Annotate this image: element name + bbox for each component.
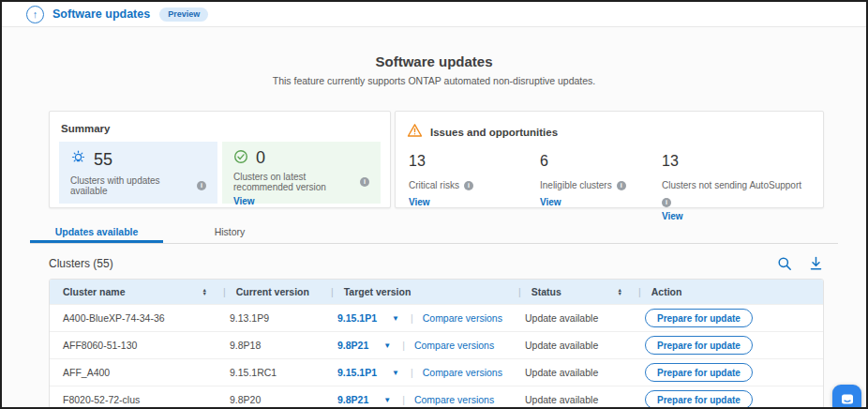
- chevron-down-icon: ▼: [383, 396, 391, 404]
- sort-icon[interactable]: ▲▼: [618, 288, 622, 296]
- current-version: 9.8P20: [217, 394, 324, 405]
- updates-available-label: Clusters with updates available: [70, 175, 192, 196]
- critical-risks-label: Critical risks: [409, 179, 459, 193]
- chat-bubble-icon: [840, 392, 855, 407]
- clusters-toolbar: Clusters (55): [49, 256, 823, 271]
- no-autosupport-stat: 13 Clusters not sending AutoSupport i Vi…: [662, 153, 812, 221]
- compare-versions-link[interactable]: Compare versions: [423, 367, 502, 378]
- table-row: F8020-52-72-clus 9.8P20 9.8P21▼ | Compar…: [50, 386, 823, 409]
- cluster-name: A400-BlueXP-74-34-36: [50, 312, 217, 324]
- tab-history[interactable]: History: [163, 221, 296, 243]
- download-icon[interactable]: [809, 256, 823, 271]
- clusters-table: Cluster name ▲▼ | Current version | Targ…: [49, 279, 824, 409]
- column-action: | Action: [632, 280, 823, 304]
- critical-risks-count: 13: [409, 153, 540, 170]
- info-icon[interactable]: i: [464, 181, 473, 190]
- warning-icon: [407, 123, 423, 142]
- prepare-for-update-button[interactable]: Prepare for update: [645, 363, 753, 382]
- ineligible-clusters-stat: 6 Ineligible clusters i View: [540, 153, 662, 221]
- target-version-dropdown[interactable]: 9.15.1P1▼: [337, 312, 399, 324]
- summary-card: Summary: [49, 111, 391, 208]
- column-status: | Status ▲▼: [512, 280, 632, 304]
- current-version: 9.13.1P9: [217, 312, 324, 324]
- target-version-cell: 9.8P21▼ | Compare versions: [324, 394, 512, 405]
- check-circle-icon: [233, 149, 248, 168]
- cards-row: Summary: [49, 111, 824, 208]
- updates-available-count: 55: [94, 150, 112, 170]
- bulb-icon: [70, 150, 86, 170]
- search-icon[interactable]: [777, 256, 792, 271]
- table-row: AFF_A400 9.15.1RC1 9.15.1P1▼ | Compare v…: [50, 358, 823, 386]
- ineligible-clusters-label: Ineligible clusters: [540, 179, 612, 193]
- prepare-for-update-button[interactable]: Prepare for update: [645, 336, 753, 355]
- issues-title: Issues and opportunities: [430, 127, 558, 138]
- target-version-dropdown[interactable]: 9.8P21▼: [337, 340, 391, 351]
- table-header-row: Cluster name ▲▼ | Current version | Targ…: [50, 280, 823, 304]
- clusters-count-title: Clusters (55): [49, 257, 113, 270]
- latest-version-label: Clusters on latest recommended version: [233, 172, 355, 192]
- latest-version-tile: 0 Clusters on latest recommended version…: [222, 142, 381, 204]
- software-update-icon: ↑: [26, 6, 44, 23]
- chevron-down-icon: ▼: [392, 369, 399, 377]
- info-icon[interactable]: i: [360, 177, 369, 187]
- chevron-down-icon: ▼: [383, 341, 391, 350]
- table-row: A400-BlueXP-74-34-36 9.13.1P9 9.15.1P1▼ …: [50, 304, 823, 331]
- status-text: Update available: [512, 394, 632, 405]
- page-title: Software updates: [2, 53, 866, 69]
- sort-icon[interactable]: ▲▼: [202, 288, 207, 296]
- summary-title: Summary: [61, 123, 381, 134]
- tab-bar: Updates available History: [30, 221, 838, 244]
- column-current-version: | Current version: [217, 280, 324, 304]
- page-subtitle: This feature currently supports ONTAP au…: [2, 75, 866, 86]
- column-cluster-name: Cluster name ▲▼: [50, 280, 217, 304]
- no-autosupport-count: 13: [662, 153, 812, 170]
- table-row: AFF8060-51-130 9.8P18 9.8P21▼ | Compare …: [50, 331, 823, 358]
- topbar-title: Software updates: [52, 8, 150, 21]
- status-text: Update available: [512, 340, 632, 351]
- issues-card: Issues and opportunities 13 Critical ris…: [395, 111, 824, 208]
- info-icon[interactable]: i: [662, 198, 671, 207]
- target-version-dropdown[interactable]: 9.8P21▼: [337, 394, 391, 405]
- updates-available-tile: 55 Clusters with updates available i: [59, 142, 217, 204]
- cluster-name: AFF_A400: [50, 367, 217, 378]
- status-text: Update available: [512, 367, 632, 378]
- page-heading: Software updates This feature currently …: [2, 53, 866, 86]
- target-version-cell: 9.15.1P1▼ | Compare versions: [324, 312, 512, 324]
- view-latest-version-link[interactable]: View: [233, 196, 255, 206]
- status-text: Update available: [512, 312, 632, 324]
- target-version-dropdown[interactable]: 9.15.1P1▼: [337, 367, 399, 378]
- latest-version-count: 0: [256, 148, 265, 168]
- compare-versions-link[interactable]: Compare versions: [414, 340, 494, 351]
- info-icon[interactable]: i: [197, 181, 206, 190]
- top-bar: ↑ Software updates Preview: [2, 2, 866, 27]
- compare-versions-link[interactable]: Compare versions: [414, 394, 494, 405]
- cluster-name: F8020-52-72-clus: [50, 394, 217, 405]
- cluster-name: AFF8060-51-130: [50, 340, 217, 351]
- critical-risks-stat: 13 Critical risks i View: [409, 153, 540, 221]
- chat-widget-button[interactable]: [832, 385, 861, 409]
- preview-badge: Preview: [159, 8, 208, 22]
- compare-versions-link[interactable]: Compare versions: [423, 312, 502, 324]
- column-target-version: | Target version: [324, 280, 512, 304]
- software-updates-page: ↑ Software updates Preview Software upda…: [0, 0, 868, 409]
- tab-updates-available[interactable]: Updates available: [30, 221, 163, 243]
- view-critical-risks-link[interactable]: View: [409, 197, 430, 207]
- ineligible-clusters-count: 6: [540, 153, 662, 170]
- target-version-cell: 9.15.1P1▼ | Compare versions: [324, 367, 512, 378]
- target-version-cell: 9.8P21▼ | Compare versions: [324, 340, 512, 351]
- current-version: 9.15.1RC1: [217, 367, 324, 378]
- view-ineligible-clusters-link[interactable]: View: [540, 197, 561, 207]
- no-autosupport-label: Clusters not sending AutoSupport: [662, 179, 801, 193]
- chevron-down-icon: ▼: [392, 314, 399, 323]
- current-version: 9.8P18: [217, 340, 324, 351]
- prepare-for-update-button[interactable]: Prepare for update: [645, 309, 753, 327]
- view-no-autosupport-link[interactable]: View: [662, 211, 683, 221]
- prepare-for-update-button[interactable]: Prepare for update: [645, 390, 753, 409]
- info-icon[interactable]: i: [617, 181, 626, 190]
